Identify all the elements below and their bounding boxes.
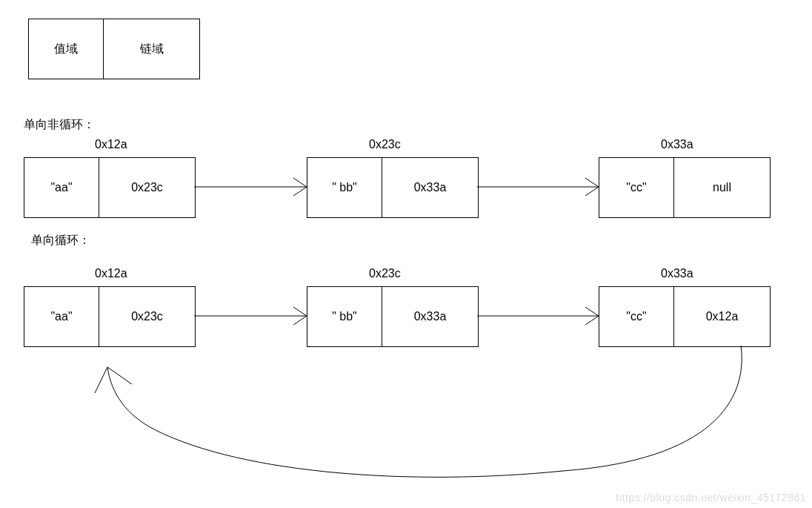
section2-node-a-addr: 0x12a — [95, 267, 127, 280]
section2-node-b-next: 0x33a — [414, 310, 447, 323]
section1-node-c-next: null — [713, 181, 731, 194]
svg-line-8 — [293, 316, 307, 325]
section2-node-c-value: "cc" — [626, 310, 646, 323]
section1-node-a: "aa" 0x23c — [24, 157, 196, 218]
watermark: https://blog.csdn.net/weixin_45172861 — [616, 492, 806, 504]
section2-node-c-addr: 0x33a — [661, 267, 693, 280]
section1-node-c-addr: 0x33a — [661, 138, 693, 151]
svg-line-7 — [293, 307, 307, 316]
svg-line-2 — [293, 187, 307, 196]
section2-node-a-value: "aa" — [50, 310, 72, 323]
svg-line-4 — [585, 178, 599, 187]
section2-node-c: "cc" 0x12a — [599, 286, 771, 347]
legend-link-field: 链域 — [140, 42, 164, 57]
section2-node-b: " bb" 0x33a — [307, 286, 479, 347]
legend-node: 值域 链域 — [28, 19, 200, 79]
svg-line-13 — [107, 367, 132, 384]
svg-line-11 — [585, 316, 599, 325]
section1-node-b-addr: 0x23c — [369, 138, 401, 151]
legend-value-field: 值域 — [54, 42, 78, 57]
svg-line-1 — [293, 178, 307, 187]
section2-node-a: "aa" 0x23c — [24, 286, 196, 347]
svg-line-12 — [95, 367, 107, 393]
section2-node-b-addr: 0x23c — [369, 267, 401, 280]
section1-node-a-value: "aa" — [50, 181, 72, 194]
section1-node-b-next: 0x33a — [414, 181, 447, 194]
section2-node-c-next: 0x12a — [706, 310, 739, 323]
svg-line-10 — [585, 307, 599, 316]
section1-node-a-addr: 0x12a — [95, 138, 127, 151]
section2-node-b-value: " bb" — [332, 310, 357, 323]
section1-node-b: " bb" 0x33a — [307, 157, 479, 218]
section1-node-a-next: 0x23c — [131, 181, 163, 194]
section2-node-a-next: 0x23c — [131, 310, 163, 323]
section1-title: 单向非循环： — [24, 117, 95, 133]
section2-title: 单向循环： — [31, 233, 90, 248]
section1-node-c: "cc" null — [599, 157, 771, 218]
section1-node-b-value: " bb" — [332, 181, 357, 194]
svg-line-5 — [585, 187, 599, 196]
section1-node-c-value: "cc" — [626, 181, 646, 194]
diagram-canvas: 值域 链域 单向非循环： 0x12a "aa" 0x23c 0x23c " bb… — [0, 0, 812, 508]
